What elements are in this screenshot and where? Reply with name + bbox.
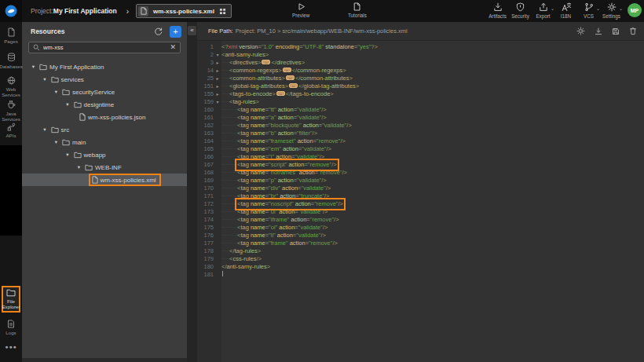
- tree-expand-chevron-icon[interactable]: ▾: [53, 89, 60, 95]
- delete-file-icon[interactable]: [629, 27, 637, 35]
- code-line-168[interactable]: 168········<tag name="noframes" action="…: [197, 169, 644, 177]
- folded-code-pill[interactable]: ↔: [283, 68, 291, 72]
- tree-item-src[interactable]: ▾src: [22, 123, 187, 136]
- settings-button[interactable]: ⌄ Settings: [600, 2, 623, 19]
- folded-code-pill[interactable]: ↔: [286, 75, 295, 80]
- code-line-166[interactable]: 166········<tag name="i" action="validat…: [197, 153, 644, 161]
- code-line-165[interactable]: 165········<tag name="em" action="valida…: [197, 145, 644, 153]
- code-line-180[interactable]: 180</anti-samy-rules>: [197, 263, 644, 271]
- search-clear-icon[interactable]: ✕: [170, 44, 176, 51]
- app-logo[interactable]: [0, 0, 22, 22]
- artifacts-button[interactable]: Artifacts: [486, 2, 509, 19]
- folded-code-pill[interactable]: ↔: [276, 91, 285, 96]
- tree-expand-chevron-icon[interactable]: ▾: [42, 126, 49, 133]
- code-line-167[interactable]: 167········<tag name="script" action="re…: [197, 161, 644, 169]
- code-line-178[interactable]: 178····</tag-rules>: [197, 247, 644, 255]
- user-avatar[interactable]: MP: [628, 3, 642, 17]
- code-line-174[interactable]: 174········<tag name="iframe" action="re…: [197, 216, 644, 224]
- rail-item-databases[interactable]: Databases: [0, 53, 22, 69]
- editor-settings-gear-icon[interactable]: [576, 27, 585, 35]
- code-line-159[interactable]: 159▾····<tag-rules>: [197, 98, 644, 106]
- code-line-1[interactable]: 1<?xml version="1.0" encoding="UTF-8" st…: [197, 43, 644, 51]
- tree-item-securityService[interactable]: ▾securityService: [22, 86, 187, 98]
- code-line-160[interactable]: 160········<tag name="tt" action="valida…: [197, 106, 644, 114]
- code-line-176[interactable]: 176········<tag name="li" action="valida…: [197, 232, 644, 240]
- resources-panel: Resources + ✕ ▾My First Application▾serv…: [22, 22, 187, 362]
- line-number: 172: [197, 200, 214, 208]
- fold-toggle-icon[interactable]: ▾: [214, 98, 221, 106]
- fold-toggle-icon[interactable]: ▾: [214, 51, 221, 59]
- fold-toggle-icon[interactable]: ▸: [214, 67, 221, 75]
- fold-toggle-icon[interactable]: ▸: [214, 90, 221, 98]
- code-line-3[interactable]: 3▸····<directives>↔</directives>: [197, 59, 644, 67]
- code-line-162[interactable]: 162········<tag name="blockquote" action…: [197, 122, 644, 130]
- tree-item-services[interactable]: ▾services: [22, 73, 187, 86]
- folded-code-pill[interactable]: ↔: [262, 60, 270, 64]
- code-line-25[interactable]: 25▸····<common-attributes>↔</common-attr…: [197, 75, 644, 82]
- resources-search: ✕: [22, 41, 187, 57]
- rail-item-java-services[interactable]: Java Services: [0, 100, 22, 122]
- code-line-2[interactable]: 2▾<anti-samy-rules>: [197, 51, 644, 59]
- project-breadcrumb[interactable]: Project:My First Application: [31, 7, 117, 15]
- code-line-175[interactable]: 175········<tag name="ol" action="valida…: [197, 224, 644, 232]
- rail-item-logs[interactable]: Logs: [0, 320, 22, 335]
- search-box[interactable]: ✕: [28, 42, 181, 53]
- tree-item-WEB-INF[interactable]: ▾WEB-INF: [22, 161, 187, 174]
- fold-toggle-icon[interactable]: ▸: [214, 75, 221, 82]
- folded-code-pill[interactable]: ↔: [289, 83, 298, 88]
- fold-toggle-icon[interactable]: ▸: [214, 59, 221, 67]
- code-line-173[interactable]: 173········<tag name="ul" action="valida…: [197, 208, 644, 216]
- tutorials-button[interactable]: Tutorials: [348, 2, 367, 18]
- tree-item-wm-xss-policies.json[interactable]: wm-xss-policies.json: [22, 111, 187, 123]
- tree-item-content: ▾My First Application: [30, 64, 104, 71]
- code-line-179[interactable]: 179····<css-rules/>: [197, 255, 644, 263]
- tree-expand-chevron-icon[interactable]: ▾: [75, 164, 82, 170]
- search-input[interactable]: [43, 44, 166, 51]
- tree-item-content: ▾src: [42, 126, 70, 133]
- tree-item-My First Application[interactable]: ▾My First Application: [22, 60, 187, 73]
- code-line-181[interactable]: 181: [197, 271, 644, 279]
- i18n-button[interactable]: I18N: [554, 2, 577, 19]
- code-line-171[interactable]: 171········<tag name="br" action="trunca…: [197, 192, 644, 200]
- fold-toggle-icon[interactable]: ▸: [214, 82, 221, 90]
- preview-button[interactable]: Preview: [292, 2, 309, 18]
- export-button[interactable]: ⌄ Export: [532, 2, 554, 19]
- code-line-151[interactable]: 151▸····<global-tag-attributes>↔</global…: [197, 82, 644, 90]
- code-line-14[interactable]: 14▸····<common-regexps>↔</common-regexps…: [197, 67, 644, 75]
- code-line-177[interactable]: 177········<tag name="frame" action="rem…: [197, 240, 644, 247]
- add-resource-button[interactable]: +: [170, 26, 181, 38]
- panel-scrollbar-track[interactable]: [22, 358, 187, 362]
- tree-expand-chevron-icon[interactable]: ▾: [64, 101, 71, 108]
- tree-expand-chevron-icon[interactable]: ▾: [53, 139, 60, 145]
- code-line-169[interactable]: 169········<tag name="p" action="validat…: [197, 177, 644, 185]
- tree-item-main[interactable]: ▾main: [22, 136, 187, 148]
- tree-item-wm-xss-policies.xml[interactable]: wm-xss-policies.xml: [22, 174, 187, 186]
- code-line-164[interactable]: 164········<tag name="frameset" action="…: [197, 137, 644, 145]
- tree-expand-chevron-icon[interactable]: ▾: [64, 152, 71, 158]
- security-button[interactable]: Security: [509, 2, 532, 19]
- tree-item-designtime[interactable]: ▾designtime: [22, 98, 187, 111]
- tree-expand-chevron-icon[interactable]: ▾: [42, 76, 49, 82]
- save-file-icon[interactable]: [612, 27, 620, 35]
- rail-item-pages[interactable]: Pages: [0, 27, 22, 44]
- tree-item-content: ▾securityService: [53, 89, 115, 96]
- rail-item-file-explorer[interactable]: File Explorer: [2, 286, 20, 313]
- vcs-button[interactable]: ⌄ VCS: [577, 2, 600, 19]
- rail-item-web-services[interactable]: Web Services: [0, 76, 22, 97]
- tab-grid-icon[interactable]: [219, 8, 226, 15]
- code-line-161[interactable]: 161········<tag name="a" action="validat…: [197, 114, 644, 122]
- code-line-172[interactable]: 172········<tag name="noscript" action="…: [197, 200, 644, 208]
- open-file-tab[interactable]: wm-xss-policies.xml: [136, 4, 232, 18]
- rail-more-button[interactable]: ●●●: [0, 344, 22, 349]
- code-line-163[interactable]: 163········<tag name="b" action="filter"…: [197, 130, 644, 137]
- refresh-button[interactable]: [154, 27, 163, 36]
- download-file-icon[interactable]: [595, 27, 602, 35]
- tree-item-webapp[interactable]: ▾webapp: [22, 148, 187, 161]
- export-icon: [539, 2, 548, 12]
- rail-item-apis[interactable]: APIs: [0, 122, 22, 138]
- code-area[interactable]: 1<?xml version="1.0" encoding="UTF-8" st…: [197, 41, 644, 362]
- tree-expand-chevron-icon[interactable]: ▾: [30, 64, 37, 70]
- code-line-155[interactable]: 155▸····<tags-to-encode>↔</tags-to-encod…: [197, 90, 644, 98]
- collapse-panel-button[interactable]: «: [188, 26, 196, 35]
- code-line-170[interactable]: 170········<tag name="div" action="valid…: [197, 185, 644, 192]
